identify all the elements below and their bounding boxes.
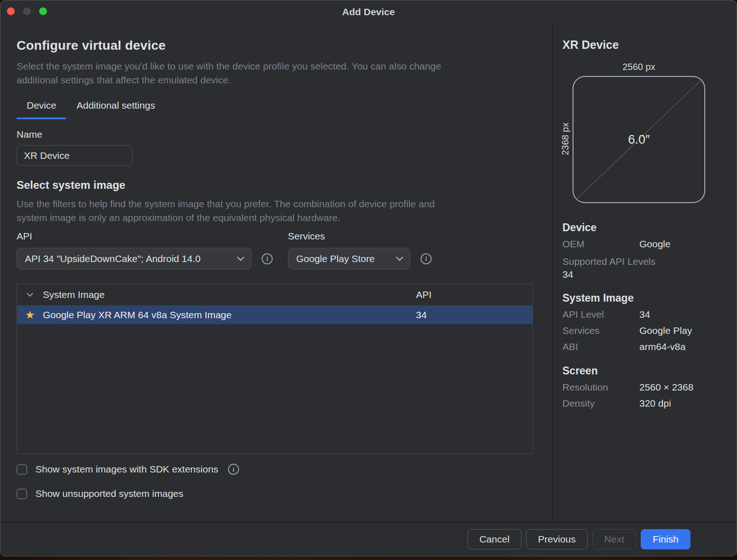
- select-system-image-title: Select system image: [17, 179, 534, 192]
- column-header-system-image: System Image: [43, 289, 416, 300]
- density-value: 320 dpi: [639, 397, 671, 409]
- services-info-icon[interactable]: i: [421, 253, 432, 264]
- add-device-dialog: Add Device Configure virtual device Sele…: [0, 0, 737, 556]
- chevron-down-icon: [396, 254, 404, 261]
- screen-height-label: 2368 px: [560, 120, 571, 158]
- services-row: Services Google Play: [562, 325, 729, 337]
- tab-additional-settings[interactable]: Additional settings: [66, 99, 165, 112]
- device-details-panel: XR Device 2560 px 2368 px 6.0″ Device OE…: [552, 23, 737, 522]
- services-filter-label: Services: [288, 230, 432, 242]
- oem-value: Google: [639, 238, 671, 250]
- previous-button[interactable]: Previous: [526, 529, 588, 549]
- minimize-window-button: [23, 7, 31, 15]
- density-label: Density: [562, 397, 639, 409]
- resolution-label: Resolution: [562, 381, 639, 393]
- collapse-group-button[interactable]: [17, 292, 43, 297]
- next-button: Next: [592, 529, 636, 549]
- page-subtitle: Select the system image you'd like to us…: [17, 59, 534, 87]
- table-row-system-image[interactable]: ★ Google Play XR ARM 64 v8a System Image…: [17, 305, 532, 324]
- abi-label: ABI: [562, 341, 639, 353]
- screen-diagonal-label: 6.0″: [573, 77, 704, 202]
- close-window-button[interactable]: [7, 7, 15, 15]
- screen-outline: 6.0″: [573, 76, 705, 203]
- system-image-table: System Image API ★ Google Play XR ARM 64…: [17, 284, 533, 454]
- finish-button[interactable]: Finish: [641, 529, 690, 549]
- device-name-input[interactable]: [17, 145, 133, 166]
- traffic-lights: [7, 7, 47, 15]
- screen-diagram: 2560 px 2368 px 6.0″: [562, 62, 719, 203]
- unsupported-images-checkbox[interactable]: [17, 489, 27, 499]
- sdk-extensions-checkbox-row: Show system images with SDK extensions i: [17, 464, 534, 475]
- unsupported-images-checkbox-label: Show unsupported system images: [35, 488, 183, 499]
- zoom-window-button[interactable]: [39, 7, 47, 15]
- services-value: Google Play: [639, 325, 692, 337]
- api-dropdown-value: API 34 "UpsideDownCake"; Android 14.0: [25, 253, 200, 264]
- supported-api-value: 34: [562, 269, 729, 280]
- api-filter-group: API API 34 "UpsideDownCake"; Android 14.…: [17, 230, 273, 269]
- resolution-value: 2560 × 2368: [639, 381, 693, 393]
- unsupported-images-checkbox-row: Show unsupported system images: [17, 488, 534, 499]
- supported-api-label: Supported API Levels: [562, 256, 729, 267]
- cancel-button[interactable]: Cancel: [468, 529, 521, 549]
- api-dropdown[interactable]: API 34 "UpsideDownCake"; Android 14.0: [17, 248, 252, 269]
- tab-device[interactable]: Device: [17, 99, 66, 112]
- device-section-heading: Device: [562, 222, 729, 234]
- abi-value: arm64-v8a: [639, 341, 685, 353]
- column-header-api: API: [416, 289, 532, 300]
- dialog-footer: Cancel Previous Next Finish: [0, 522, 737, 556]
- titlebar: Add Device: [0, 0, 737, 23]
- details-panel-title: XR Device: [562, 38, 729, 52]
- configure-panel: Configure virtual device Select the syst…: [0, 23, 552, 522]
- sdk-extensions-info-icon[interactable]: i: [228, 464, 239, 475]
- filters-row: API API 34 "UpsideDownCake"; Android 14.…: [17, 230, 534, 269]
- abi-row: ABI arm64-v8a: [562, 341, 729, 353]
- chevron-down-icon: [237, 254, 245, 261]
- sdk-extensions-checkbox-label: Show system images with SDK extensions: [35, 464, 218, 475]
- page-title: Configure virtual device: [17, 38, 534, 53]
- chevron-down-icon: [27, 290, 33, 297]
- resolution-row: Resolution 2560 × 2368: [562, 381, 729, 393]
- sdk-extensions-checkbox[interactable]: [17, 464, 27, 475]
- table-header-row: System Image API: [17, 284, 532, 305]
- api-filter-label: API: [17, 230, 273, 242]
- window-title: Add Device: [0, 0, 737, 23]
- name-label: Name: [17, 129, 534, 140]
- services-filter-group: Services Google Play Store i: [288, 230, 432, 269]
- system-image-api: 34: [416, 309, 532, 321]
- api-level-row: API Level 34: [562, 309, 729, 321]
- tab-bar: Device Additional settings: [17, 99, 534, 112]
- api-level-label: API Level: [562, 309, 639, 321]
- screen-section-heading: Screen: [562, 365, 729, 377]
- oem-label: OEM: [562, 238, 639, 250]
- oem-row: OEM Google: [562, 238, 729, 250]
- favorite-star-icon[interactable]: ★: [25, 309, 35, 321]
- api-info-icon[interactable]: i: [262, 253, 273, 264]
- density-row: Density 320 dpi: [562, 397, 729, 409]
- system-image-name: Google Play XR ARM 64 v8a System Image: [43, 309, 416, 321]
- select-system-image-subtitle: Use the filters to help find the system …: [17, 197, 534, 225]
- api-level-value: 34: [639, 309, 650, 321]
- system-image-section-heading: System Image: [562, 292, 729, 304]
- services-label: Services: [562, 325, 639, 337]
- services-dropdown[interactable]: Google Play Store: [288, 248, 410, 269]
- screen-width-label: 2560 px: [573, 62, 705, 72]
- services-dropdown-value: Google Play Store: [296, 253, 374, 264]
